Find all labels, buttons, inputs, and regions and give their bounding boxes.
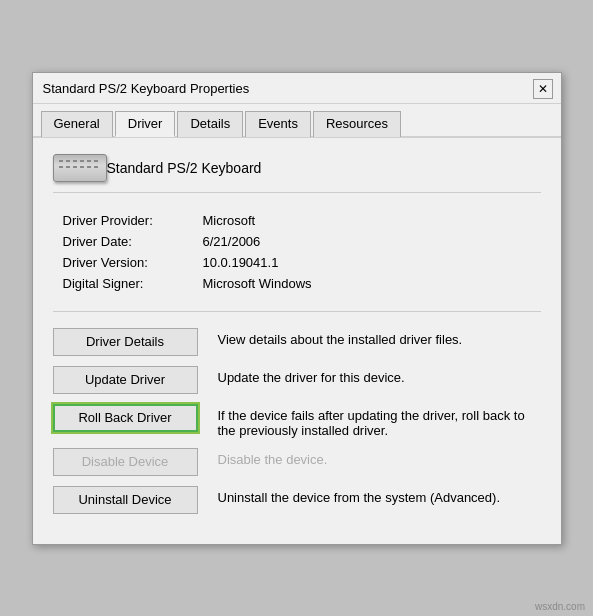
title-bar: Standard PS/2 Keyboard Properties ✕	[33, 73, 561, 104]
roll-back-driver-button[interactable]: Roll Back Driver	[53, 404, 198, 432]
version-value: 10.0.19041.1	[203, 255, 279, 270]
info-row-provider: Driver Provider: Microsoft	[63, 213, 541, 228]
date-value: 6/21/2006	[203, 234, 261, 249]
properties-window: Standard PS/2 Keyboard Properties ✕ Gene…	[32, 72, 562, 545]
update-driver-desc: Update the driver for this device.	[218, 366, 541, 385]
info-row-date: Driver Date: 6/21/2006	[63, 234, 541, 249]
roll-back-driver-row: Roll Back Driver If the device fails aft…	[53, 404, 541, 438]
device-header: Standard PS/2 Keyboard	[53, 154, 541, 193]
device-name: Standard PS/2 Keyboard	[107, 160, 262, 176]
signer-value: Microsoft Windows	[203, 276, 312, 291]
uninstall-device-button[interactable]: Uninstall Device	[53, 486, 198, 514]
driver-info-table: Driver Provider: Microsoft Driver Date: …	[63, 213, 541, 291]
driver-details-row: Driver Details View details about the in…	[53, 328, 541, 356]
uninstall-device-row: Uninstall Device Uninstall the device fr…	[53, 486, 541, 514]
disable-device-button: Disable Device	[53, 448, 198, 476]
info-row-signer: Digital Signer: Microsoft Windows	[63, 276, 541, 291]
driver-details-button[interactable]: Driver Details	[53, 328, 198, 356]
window-controls: ✕	[533, 79, 553, 99]
tab-general[interactable]: General	[41, 111, 113, 137]
version-label: Driver Version:	[63, 255, 203, 270]
section-divider	[53, 311, 541, 312]
window-title: Standard PS/2 Keyboard Properties	[43, 81, 250, 96]
tab-events[interactable]: Events	[245, 111, 311, 137]
tab-content: Standard PS/2 Keyboard Driver Provider: …	[33, 138, 561, 544]
roll-back-driver-desc: If the device fails after updating the d…	[218, 404, 541, 438]
watermark: wsxdn.com	[535, 601, 585, 612]
update-driver-row: Update Driver Update the driver for this…	[53, 366, 541, 394]
provider-value: Microsoft	[203, 213, 256, 228]
actions-container: Driver Details View details about the in…	[53, 328, 541, 514]
disable-device-row: Disable Device Disable the device.	[53, 448, 541, 476]
uninstall-device-desc: Uninstall the device from the system (Ad…	[218, 486, 541, 505]
tab-bar: General Driver Details Events Resources	[33, 104, 561, 138]
close-button[interactable]: ✕	[533, 79, 553, 99]
driver-details-desc: View details about the installed driver …	[218, 328, 541, 347]
device-icon	[53, 154, 107, 182]
tab-details[interactable]: Details	[177, 111, 243, 137]
info-row-version: Driver Version: 10.0.19041.1	[63, 255, 541, 270]
signer-label: Digital Signer:	[63, 276, 203, 291]
tab-driver[interactable]: Driver	[115, 111, 176, 137]
date-label: Driver Date:	[63, 234, 203, 249]
provider-label: Driver Provider:	[63, 213, 203, 228]
update-driver-button[interactable]: Update Driver	[53, 366, 198, 394]
disable-device-desc: Disable the device.	[218, 448, 541, 467]
tab-resources[interactable]: Resources	[313, 111, 401, 137]
